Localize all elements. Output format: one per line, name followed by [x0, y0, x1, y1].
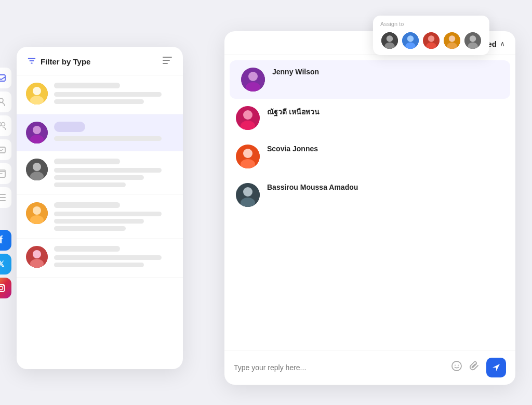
svg-point-25	[33, 163, 41, 171]
conv-content	[54, 202, 174, 231]
skeleton-line	[54, 219, 144, 224]
assign-avatar-4[interactable]	[443, 31, 461, 50]
svg-point-36	[2, 122, 5, 126]
skeleton-line	[54, 263, 144, 267]
skeleton-line	[54, 182, 126, 187]
svg-point-4	[407, 35, 414, 42]
assign-avatar-3[interactable]	[422, 31, 441, 50]
msg-content: Bassirou Moussa Amadou	[267, 183, 504, 194]
skeleton-line	[54, 212, 162, 216]
emoji-icon[interactable]	[451, 360, 462, 374]
message-item[interactable]: Bassirou Moussa Amadou	[224, 176, 515, 214]
skeleton-line	[54, 226, 126, 231]
conv-content	[54, 83, 174, 107]
message-item[interactable]: Jenny Wilson	[230, 60, 510, 99]
svg-rect-33	[0, 75, 5, 81]
conv-avatar	[26, 159, 48, 180]
svg-point-62	[458, 365, 459, 366]
reply-bar	[224, 350, 515, 385]
facebook-button[interactable]: f	[0, 230, 11, 251]
sidebar: f 𝕏	[0, 68, 12, 298]
skeleton-title	[54, 159, 120, 164]
sidebar-item-mail[interactable]	[0, 139, 11, 160]
svg-rect-45	[0, 284, 5, 292]
skeleton-line	[54, 136, 162, 141]
conv-avatar	[26, 83, 48, 104]
twitter-button[interactable]: 𝕏	[0, 254, 11, 275]
sort-icon[interactable]	[162, 56, 172, 67]
svg-point-49	[248, 72, 258, 81]
svg-point-47	[3, 285, 4, 286]
conv-item[interactable]	[17, 195, 183, 239]
conv-content	[54, 122, 174, 143]
filter-icon	[27, 56, 36, 68]
skeleton-line	[54, 175, 144, 180]
svg-point-34	[0, 98, 3, 102]
skeleton-line	[54, 99, 144, 104]
assign-avatar-2[interactable]	[401, 31, 420, 50]
message-item[interactable]: ณัฐวดี เหนือพวน	[224, 99, 515, 137]
social-icons: f 𝕏	[0, 230, 11, 298]
sidebar-item-person[interactable]	[0, 92, 11, 112]
skeleton-title	[54, 83, 120, 88]
filter-bar: Filter by Type	[17, 47, 183, 75]
msg-avatar	[236, 106, 260, 130]
skeleton-badge	[54, 122, 85, 132]
reply-input[interactable]	[234, 363, 445, 372]
svg-point-31	[33, 250, 41, 258]
svg-rect-40	[0, 170, 5, 172]
skeleton-line	[54, 92, 162, 97]
svg-point-52	[243, 110, 252, 120]
conv-content	[54, 159, 174, 187]
msg-content: Scovia Jonnes	[267, 145, 504, 156]
svg-point-61	[455, 365, 456, 366]
assign-avatar-1[interactable]	[380, 31, 399, 50]
svg-point-13	[470, 35, 476, 42]
svg-point-55	[243, 149, 252, 158]
chevron-up-icon[interactable]: ∧	[500, 40, 505, 48]
svg-point-5	[405, 42, 416, 49]
instagram-button[interactable]	[0, 278, 11, 298]
conv-item[interactable]	[17, 151, 183, 195]
conv-avatar	[26, 202, 48, 224]
attachment-icon[interactable]	[469, 360, 480, 374]
msg-avatar	[236, 183, 260, 207]
svg-point-58	[243, 187, 252, 197]
msg-content: Jenny Wilson	[272, 68, 499, 79]
conv-item[interactable]	[17, 75, 183, 114]
svg-point-46	[0, 286, 3, 290]
svg-point-60	[452, 361, 461, 371]
sidebar-item-inbox[interactable]	[0, 68, 11, 88]
messages-area: Jenny Wilson ณัฐวดี เหนือพวน	[224, 55, 515, 350]
sidebar-item-archive[interactable]	[0, 163, 11, 184]
conv-item-active[interactable]	[17, 114, 183, 151]
assign-popup-label: Assign to	[380, 21, 482, 27]
sidebar-item-menu[interactable]	[0, 187, 11, 208]
send-button[interactable]	[486, 358, 506, 377]
msg-name: Bassirou Moussa Amadou	[267, 183, 504, 191]
svg-point-22	[33, 126, 41, 134]
message-item[interactable]: Scovia Jonnes	[224, 137, 515, 176]
msg-name: ณัฐวดี เหนือพวน	[267, 106, 504, 117]
assign-popup: Assign to	[373, 16, 489, 55]
svg-point-1	[387, 35, 393, 42]
msg-content: ณัฐวดี เหนือพวน	[267, 106, 504, 121]
conversation-list	[17, 75, 183, 369]
conv-avatar	[26, 246, 48, 268]
svg-point-14	[468, 42, 478, 49]
msg-avatar	[241, 68, 265, 92]
svg-point-28	[33, 206, 41, 215]
svg-point-19	[33, 87, 41, 95]
filter-label: Filter by Type	[41, 57, 90, 66]
left-panel: Filter by Type	[17, 47, 183, 369]
msg-name: Scovia Jonnes	[267, 145, 504, 153]
assign-avatar-5[interactable]	[463, 31, 482, 50]
svg-point-10	[449, 35, 455, 42]
conv-item[interactable]	[17, 239, 183, 278]
conv-avatar	[26, 122, 48, 143]
sidebar-item-people[interactable]	[0, 115, 11, 136]
skeleton-title	[54, 202, 120, 208]
main-wrapper: Assign to	[17, 16, 515, 390]
msg-avatar	[236, 145, 260, 168]
skeleton-title	[54, 246, 120, 252]
